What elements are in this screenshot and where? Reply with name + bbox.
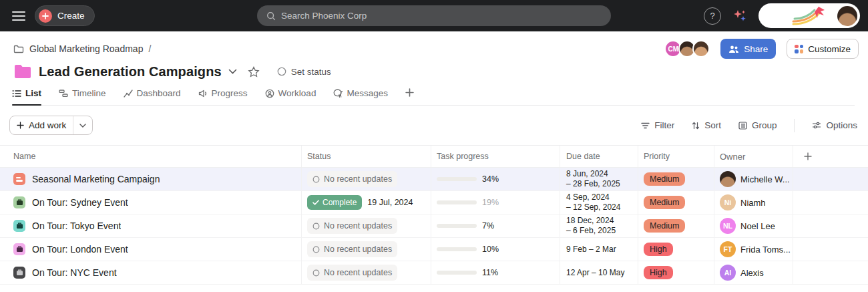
table-row[interactable]: On Tour: Tokyo Event No recent updates 7… [0, 214, 868, 238]
customize-button[interactable]: Customize [787, 39, 859, 59]
tab-messages[interactable]: Messages [333, 88, 388, 105]
user-avatar [837, 6, 857, 26]
work-name[interactable]: On Tour: London Event [32, 244, 128, 255]
column-header-priority[interactable]: Priority [638, 146, 714, 167]
status-cell[interactable]: No recent updates [302, 168, 431, 190]
sort-button[interactable]: Sort [692, 120, 721, 130]
table-row[interactable]: On Tour: London Event No recent updates … [0, 238, 868, 261]
progress-cell: 19% [431, 191, 560, 214]
timeline-icon [59, 90, 68, 98]
status-cell[interactable]: No recent updates [302, 238, 431, 261]
priority-cell[interactable]: High [638, 261, 714, 284]
set-status-button[interactable]: Set status [277, 67, 331, 77]
priority-cell[interactable]: Medium [638, 214, 714, 237]
status-circle-icon [312, 269, 320, 277]
column-header-name[interactable]: Name [0, 146, 302, 167]
favorite-star-icon[interactable] [248, 66, 260, 78]
column-header-status[interactable]: Status [302, 146, 431, 167]
progress-cell: 11% [431, 261, 560, 284]
tab-progress-label: Progress [212, 88, 248, 98]
view-tabs: List Timeline Dashboard Progress Workloa… [12, 88, 855, 106]
status-badge: No recent updates [307, 218, 397, 234]
account-menu[interactable] [758, 3, 860, 28]
dashboard-icon [124, 90, 133, 98]
work-name[interactable]: Seasonal Marketing Campaign [32, 174, 160, 184]
status-badge: No recent updates [307, 265, 397, 281]
table-header: Name Status Task progress Due date Prior… [0, 145, 868, 168]
options-button[interactable]: Options [812, 120, 857, 130]
filter-icon [641, 122, 650, 129]
sidebar-toggle-icon[interactable] [12, 11, 25, 21]
due-date-cell[interactable]: 9 Feb – 2 Mar [560, 238, 638, 261]
column-header-task-progress[interactable]: Task progress [431, 146, 560, 167]
tab-dashboard[interactable]: Dashboard [124, 88, 181, 105]
table-row[interactable]: Seasonal Marketing Campaign No recent up… [0, 168, 868, 191]
status-circle-icon [277, 67, 286, 76]
owner-cell[interactable]: NL Noel Lee [714, 214, 793, 237]
table-row[interactable]: On Tour: NYC Event No recent updates 11%… [0, 261, 868, 285]
add-column-button[interactable] [793, 146, 868, 167]
status-cell[interactable]: No recent updates [302, 214, 431, 237]
tab-workload[interactable]: Workload [265, 88, 316, 105]
breadcrumb-separator: / [148, 43, 151, 54]
title-chevron-down-icon[interactable] [228, 69, 237, 74]
breadcrumb-project[interactable]: Global Marketing Roadmap [29, 43, 143, 54]
owner-cell[interactable]: FT Frida Toms... [714, 238, 793, 261]
table-row[interactable]: On Tour: Sydney Event Complete 19 Jul, 2… [0, 191, 868, 214]
briefcase-icon [13, 267, 25, 279]
column-header-due-date[interactable]: Due date [560, 146, 638, 167]
priority-badge: High [644, 266, 673, 279]
search-input[interactable]: Search Phoenix Corp [257, 5, 611, 26]
add-work-button[interactable]: Add work [10, 116, 73, 134]
progress-cell: 7% [431, 214, 560, 237]
owner-cell[interactable]: Ni Niamh [714, 191, 793, 214]
priority-cell[interactable]: High [638, 238, 714, 261]
search-icon [266, 11, 276, 21]
add-work-caret-button[interactable] [73, 116, 92, 134]
owner-name: Frida Toms... [740, 245, 791, 255]
briefcase-icon [13, 243, 25, 255]
title-row: Lead Generation Campaigns Set status [13, 63, 859, 80]
status-cell[interactable]: No recent updates [302, 261, 431, 284]
sliders-icon [812, 122, 821, 129]
add-view-button[interactable] [405, 88, 414, 105]
tab-list[interactable]: List [12, 88, 41, 105]
work-name[interactable]: On Tour: Sydney Event [32, 197, 128, 208]
progress-label: 10% [482, 245, 499, 254]
tab-progress[interactable]: Progress [198, 88, 248, 105]
breadcrumb[interactable]: Global Marketing Roadmap / [13, 43, 151, 54]
priority-cell[interactable]: Medium [638, 168, 714, 190]
workload-icon [265, 89, 274, 98]
tab-timeline[interactable]: Timeline [59, 88, 106, 105]
set-status-label: Set status [291, 67, 331, 77]
filter-label: Filter [654, 120, 674, 130]
progress-bar [437, 200, 477, 204]
help-label: ? [710, 11, 714, 21]
priority-cell[interactable]: Medium [638, 191, 714, 214]
due-date-cell[interactable]: 18 Dec, 2024– 6 Feb, 2025 [560, 214, 638, 237]
ai-sparkles-icon[interactable] [732, 8, 748, 24]
progress-label: 34% [482, 174, 499, 184]
tab-timeline-label: Timeline [72, 88, 106, 98]
owner-cell[interactable]: Al Alexis [714, 261, 793, 284]
work-name[interactable]: On Tour: NYC Event [32, 267, 117, 278]
plus-icon [39, 9, 52, 23]
column-header-owner[interactable]: Owner [714, 146, 793, 167]
help-button[interactable]: ? [704, 7, 721, 25]
share-button[interactable]: Share [720, 39, 776, 59]
toolbar-divider [794, 119, 795, 132]
group-button[interactable]: Group [738, 120, 777, 130]
member-avatars[interactable]: CM [664, 40, 710, 57]
work-name[interactable]: On Tour: Tokyo Event [32, 221, 121, 231]
priority-badge: Medium [644, 219, 685, 233]
status-cell[interactable]: Complete 19 Jul, 2024 [302, 191, 431, 214]
filter-button[interactable]: Filter [641, 120, 674, 130]
tab-workload-label: Workload [278, 88, 316, 98]
due-date-cell[interactable]: 4 Sep, 2024– 12 Sep, 2024 [560, 191, 638, 214]
due-date-cell[interactable]: 12 Apr – 10 May [560, 261, 638, 284]
create-button[interactable]: Create [35, 5, 95, 26]
owner-cell[interactable]: Michelle W... [714, 168, 793, 190]
sort-label: Sort [704, 120, 721, 130]
briefcase-icon [13, 220, 25, 232]
due-date-cell[interactable]: 8 Jun, 2024– 28 Feb, 2025 [560, 168, 638, 190]
